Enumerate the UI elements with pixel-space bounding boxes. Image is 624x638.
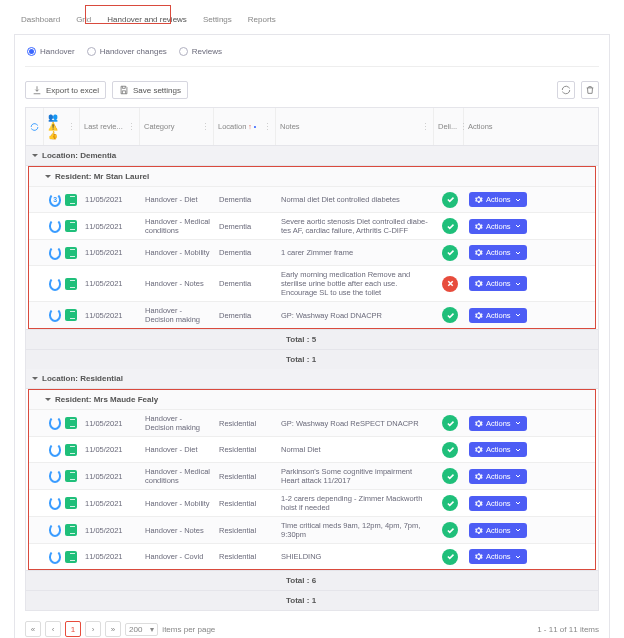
table-row: 11/05/2021Handover - Medical conditionsD… [29,212,595,239]
row-actions-button[interactable]: Actions [469,549,527,564]
cell-notes: GP: Washway Road DNACPR [277,307,435,324]
nav-tab-reports[interactable]: Reports [241,11,283,28]
collapse-icon [32,154,38,157]
cell-category: Handover - Decision making [141,302,215,328]
cell-location: Residential [215,548,277,565]
row-actions-button[interactable]: Actions [469,245,527,260]
table-row: 11/05/2021Handover - MobilityDementia1 c… [29,239,595,265]
cell-location: Dementia [215,191,277,208]
row-actions-button[interactable]: Actions [469,276,527,291]
cell-date: 11/05/2021 [81,307,141,324]
group-location[interactable]: Location: Dementia [26,146,598,166]
export-excel-button[interactable]: Export to excel [25,81,106,99]
gear-icon [474,445,483,454]
cell-location: Residential [215,468,277,485]
cell-notes: 1-2 carers depending - Zimmer Mackworth … [277,490,435,516]
table-row: 11/05/2021Handover - CovidResidentialSHI… [29,543,595,569]
book-icon [65,444,77,456]
nav-tab-settings[interactable]: Settings [196,11,239,28]
page-size-select[interactable]: 200▾ [125,623,158,636]
cell-category: Handover - Diet [141,441,215,458]
pager-last[interactable]: » [105,621,121,637]
status-ok-icon [442,549,458,565]
chevron-down-icon [514,222,522,230]
status-ok-icon [442,307,458,323]
status-ok-icon [442,442,458,458]
gear-icon [474,222,483,231]
chevron-down-icon [514,553,522,561]
col-deli[interactable]: Deli...⋮ [434,108,464,145]
status-ok-icon [442,468,458,484]
cell-category: Handover - Notes [141,522,215,539]
cell-category: Handover - Mobility [141,244,215,261]
book-icon [65,524,77,536]
save-label: Save settings [133,86,181,95]
cell-date: 11/05/2021 [81,495,141,512]
group-resident[interactable]: Resident: Mrs Maude Fealy [29,390,595,409]
cell-category: Handover - Diet [141,191,215,208]
pager-info: 1 - 11 of 11 items [537,625,599,634]
row-actions-button[interactable]: Actions [469,496,527,511]
col-category[interactable]: Category⋮ [140,108,214,145]
gear-icon [474,526,483,535]
gear-icon [474,248,483,257]
cell-date: 11/05/2021 [81,275,141,292]
pager-page-current[interactable]: 1 [65,621,81,637]
radio-icon [87,47,96,56]
cell-date: 11/05/2021 [81,415,141,432]
gear-icon [474,552,483,561]
row-actions-button[interactable]: Actions [469,308,527,323]
book-icon [65,417,77,429]
row-actions-button[interactable]: Actions [469,416,527,431]
row-actions-button[interactable]: Actions [469,192,527,207]
chevron-down-icon [514,311,522,319]
radio-icon [179,47,188,56]
row-actions-button[interactable]: Actions [469,442,527,457]
gear-icon [474,279,483,288]
row-actions-button[interactable]: Actions [469,523,527,538]
progress-icon [49,219,61,233]
save-settings-button[interactable]: Save settings [112,81,188,99]
refresh-icon [561,85,571,95]
cell-location: Residential [215,522,277,539]
col-last-review[interactable]: Last revie...⋮ [80,108,140,145]
col-refresh[interactable] [26,108,44,145]
chevron-down-icon [514,446,522,454]
col-actions[interactable]: Actions [464,108,524,145]
group-location[interactable]: Location: Residential [26,369,598,389]
col-location[interactable]: Location ↑•⋮ [214,108,276,145]
toolbar: Export to excel Save settings [25,81,599,99]
cell-date: 11/05/2021 [81,522,141,539]
gear-icon [474,499,483,508]
nav-tab-dashboard[interactable]: Dashboard [14,11,67,28]
per-page-label: items per page [162,625,215,634]
cell-notes: Severe aortic stenosis Diet controlled d… [277,213,435,239]
group-resident[interactable]: Resident: Mr Stan Laurel [29,167,595,186]
annotation-highlight-tab [85,5,171,24]
delete-button[interactable] [581,81,599,99]
cell-location: Residential [215,495,277,512]
status-ok-icon [442,192,458,208]
cell-notes: GP: Washway Road ReSPECT DNACPR [277,415,435,432]
subtab-reviews[interactable]: Reviews [179,47,222,56]
book-icon [65,551,77,563]
table-row: 11/05/2021Handover - Decision makingResi… [29,409,595,436]
progress-icon [49,550,61,564]
cell-notes: Normal Diet [277,441,435,458]
row-actions-button[interactable]: Actions [469,219,527,234]
book-icon [65,247,77,259]
cell-date: 11/05/2021 [81,548,141,565]
col-notes[interactable]: Notes⋮ [276,108,434,145]
row-actions-button[interactable]: Actions [469,469,527,484]
subtab-handover-changes[interactable]: Handover changes [87,47,167,56]
status-ok-icon [442,218,458,234]
book-icon [65,194,77,206]
refresh-button[interactable] [557,81,575,99]
cell-date: 11/05/2021 [81,441,141,458]
pager-next[interactable]: › [85,621,101,637]
subtab-handover[interactable]: Handover [27,47,75,56]
pager-prev[interactable]: ‹ [45,621,61,637]
col-icons[interactable]: 👥 ⚠️ 👍⋮ [44,108,80,145]
pager-first[interactable]: « [25,621,41,637]
export-icon [32,85,42,95]
